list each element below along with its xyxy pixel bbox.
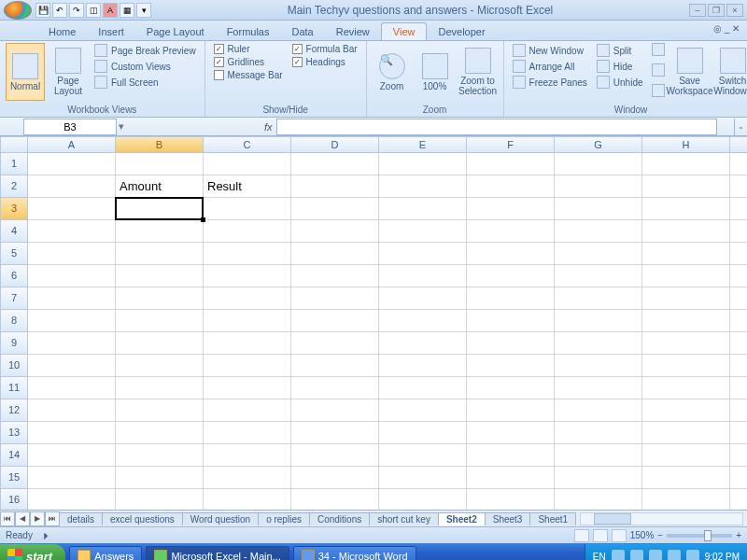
cell-C16[interactable] — [204, 489, 291, 510]
cell-B10[interactable] — [116, 355, 204, 377]
fx-button[interactable]: fx — [264, 121, 273, 133]
cell-H8[interactable] — [642, 310, 730, 332]
cell-F7[interactable] — [467, 287, 555, 310]
cell-E6[interactable] — [379, 265, 467, 287]
tray-icon[interactable] — [630, 550, 643, 560]
tab-formulas[interactable]: Formulas — [216, 23, 281, 40]
row-header-2[interactable]: 2 — [0, 175, 28, 198]
cell-B7[interactable] — [116, 287, 204, 310]
cell-D13[interactable] — [291, 422, 379, 444]
cell-G7[interactable] — [555, 287, 642, 310]
cell-G15[interactable] — [555, 467, 642, 489]
page-layout-view-icon[interactable] — [593, 529, 608, 542]
cell-H11[interactable] — [642, 377, 730, 399]
clock[interactable]: 9:02 PM — [705, 552, 740, 561]
cell-I2[interactable] — [730, 175, 747, 198]
cell-D5[interactable] — [291, 243, 379, 265]
cell-G10[interactable] — [555, 355, 642, 377]
column-header-G[interactable]: G — [555, 136, 642, 153]
zoom-selection-button[interactable]: Zoom to Selection — [458, 43, 498, 101]
window-sync-icon[interactable] — [652, 63, 665, 77]
system-tray[interactable]: EN 9:02 PM — [585, 544, 747, 560]
cell-E5[interactable] — [379, 243, 467, 265]
row-header-10[interactable]: 10 — [0, 355, 28, 377]
cell-B2[interactable]: Amount — [116, 175, 204, 198]
cell-E2[interactable] — [379, 175, 467, 198]
cell-C2[interactable]: Result — [204, 175, 291, 198]
cell-C8[interactable] — [204, 310, 291, 332]
office-button[interactable] — [4, 1, 32, 20]
row-header-7[interactable]: 7 — [0, 287, 28, 310]
cell-C10[interactable] — [204, 355, 291, 377]
cell-B8[interactable] — [116, 310, 204, 332]
cell-F6[interactable] — [467, 265, 555, 287]
cell-B1[interactable] — [116, 153, 204, 175]
redo-icon[interactable]: ↷ — [69, 3, 84, 18]
cell-A14[interactable] — [28, 444, 116, 467]
fill-handle[interactable] — [201, 217, 205, 222]
cell-E16[interactable] — [379, 489, 467, 510]
formula-bar-checkbox[interactable]: ✓Formula Bar — [289, 43, 360, 55]
column-header-I[interactable]: I — [730, 136, 747, 153]
cell-H13[interactable] — [642, 422, 730, 444]
cell-G1[interactable] — [555, 153, 642, 175]
name-box[interactable]: B3 — [23, 119, 117, 135]
switch-windows-button[interactable]: Switch Windows — [713, 43, 747, 101]
column-header-F[interactable]: F — [467, 136, 555, 153]
row-header-1[interactable]: 1 — [0, 153, 28, 175]
tab-insert[interactable]: Insert — [87, 23, 135, 40]
sheet-tab[interactable]: Sheet1 — [529, 512, 576, 525]
tray-icon[interactable] — [686, 550, 699, 560]
tab-nav-prev[interactable]: ◀ — [15, 511, 30, 526]
column-header-H[interactable]: H — [642, 136, 730, 153]
sheet-tab[interactable]: excel questions — [102, 512, 183, 525]
row-header-15[interactable]: 15 — [0, 467, 28, 489]
cell-A7[interactable] — [28, 287, 116, 310]
macro-record-icon[interactable]: ⏵ — [42, 530, 51, 540]
zoom-button[interactable]: 🔍Zoom — [373, 43, 412, 101]
cell-D2[interactable] — [291, 175, 379, 198]
split-button[interactable]: Split — [594, 43, 646, 58]
row-header-8[interactable]: 8 — [0, 310, 28, 332]
cell-F12[interactable] — [467, 399, 555, 422]
freeze-panes-button[interactable]: Freeze Panes — [510, 75, 590, 90]
cell-D11[interactable] — [291, 377, 379, 399]
row-header-3[interactable]: 3 — [0, 198, 28, 220]
cell-H12[interactable] — [642, 399, 730, 422]
cell-I12[interactable] — [730, 399, 747, 422]
language-indicator[interactable]: EN — [593, 552, 606, 561]
row-header-12[interactable]: 12 — [0, 399, 28, 422]
cell-B13[interactable] — [116, 422, 204, 444]
cell-I16[interactable] — [730, 489, 747, 510]
cell-A2[interactable] — [28, 175, 116, 198]
undo-icon[interactable]: ↶ — [52, 3, 67, 18]
save-workspace-button[interactable]: Save Workspace — [670, 43, 710, 101]
cell-I5[interactable] — [730, 243, 747, 265]
cell-F3[interactable] — [467, 198, 555, 220]
cell-H4[interactable] — [642, 220, 730, 243]
cell-G14[interactable] — [555, 444, 642, 467]
formula-bar[interactable] — [276, 119, 717, 135]
cell-I13[interactable] — [730, 422, 747, 444]
cell-A8[interactable] — [28, 310, 116, 332]
page-layout-button[interactable]: Page Layout — [49, 43, 88, 101]
cell-C1[interactable] — [204, 153, 291, 175]
cell-H3[interactable] — [642, 198, 730, 220]
select-all-corner[interactable] — [0, 136, 28, 153]
cell-I6[interactable] — [730, 265, 747, 287]
page-break-view-icon[interactable] — [612, 529, 627, 542]
row-header-4[interactable]: 4 — [0, 220, 28, 243]
cell-E11[interactable] — [379, 377, 467, 399]
cell-B9[interactable] — [116, 332, 204, 355]
cell-E12[interactable] — [379, 399, 467, 422]
cell-A5[interactable] — [28, 243, 116, 265]
sheet-tab[interactable]: Sheet2 — [438, 512, 486, 525]
minimize-button[interactable]: – — [689, 4, 706, 17]
tab-nav-first[interactable]: ⏮ — [0, 511, 15, 526]
cell-B16[interactable] — [116, 489, 204, 510]
cell-G9[interactable] — [555, 332, 642, 355]
tab-review[interactable]: Review — [325, 23, 381, 40]
message-bar-checkbox[interactable]: Message Bar — [211, 69, 286, 81]
tab-nav-next[interactable]: ▶ — [30, 511, 45, 526]
tab-data[interactable]: Data — [280, 23, 324, 40]
